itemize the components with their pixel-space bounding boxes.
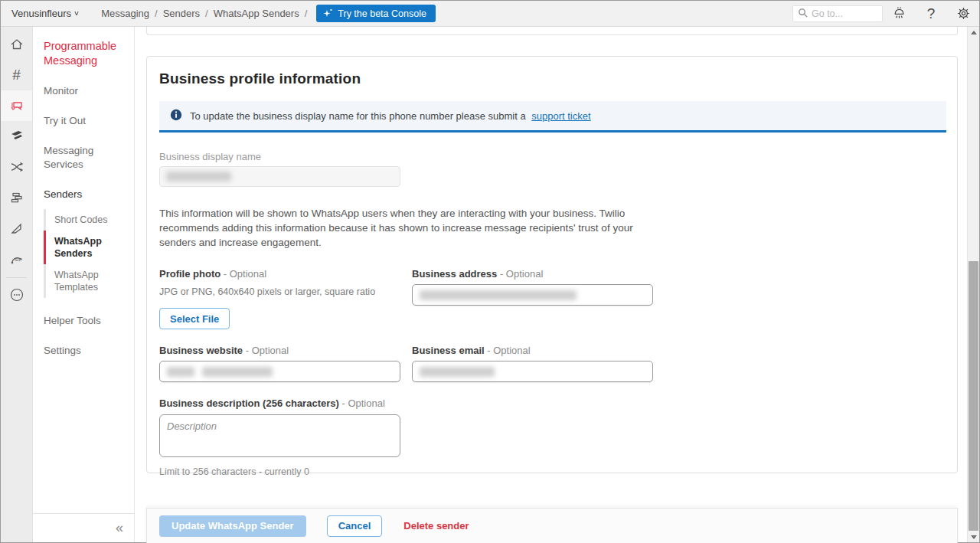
profile-form: Profile photo - Optional JPG or PNG, 640… xyxy=(159,268,945,473)
select-file-button[interactable]: Select File xyxy=(159,308,230,329)
profile-photo-group: Profile photo - Optional JPG or PNG, 640… xyxy=(159,268,400,329)
sidebar-item-whatsapp-senders[interactable]: WhatsApp Senders xyxy=(44,231,134,264)
business-email-group: Business email - Optional xyxy=(412,345,653,382)
breadcrumb: Messaging / Senders / WhatsApp Senders / xyxy=(101,8,307,19)
scroll-down-arrow[interactable] xyxy=(968,532,980,542)
cancel-button[interactable]: Cancel xyxy=(327,515,383,537)
info-icon xyxy=(170,109,182,123)
goto-search-box[interactable] xyxy=(792,5,883,22)
intro-paragraph: This information will be shown to WhatsA… xyxy=(159,206,638,250)
breadcrumb-separator: / xyxy=(205,8,208,19)
sidebar-item-senders[interactable]: Senders xyxy=(33,188,134,201)
beta-button-label: Try the beta Console xyxy=(338,8,426,19)
update-whatsapp-sender-button[interactable]: Update WhatsApp Sender xyxy=(159,515,306,537)
business-display-name-label: Business display name xyxy=(159,151,945,162)
topbar: Venusinfleurs ∨ Messaging / Senders / Wh… xyxy=(1,1,979,27)
sidebar-item-helper-tools[interactable]: Helper Tools xyxy=(33,314,134,328)
business-address-label: Business address - Optional xyxy=(412,268,653,280)
business-description-textarea[interactable] xyxy=(159,414,400,457)
character-limit-note: Limit to 256 characters - currently 0 xyxy=(159,466,400,477)
account-menu[interactable]: Venusinfleurs ∨ xyxy=(11,8,80,19)
sidebar-collapse-button[interactable]: « xyxy=(33,513,134,542)
sidebar-item-settings[interactable]: Settings xyxy=(33,344,134,358)
delete-sender-link[interactable]: Delete sender xyxy=(403,520,469,532)
form-action-bar: Update WhatsApp Sender Cancel Delete sen… xyxy=(146,508,958,543)
help-icon[interactable]: ? xyxy=(915,1,947,27)
redacted-value xyxy=(420,290,577,300)
twilio-console-window: Venusinfleurs ∨ Messaging / Senders / Wh… xyxy=(0,0,980,543)
breadcrumb-separator: / xyxy=(305,8,308,19)
product-icon-rail: # xyxy=(1,27,33,542)
redacted-value xyxy=(166,172,231,182)
topbar-right: ? xyxy=(792,1,979,27)
sidebar-item-try-it-out[interactable]: Try it Out xyxy=(33,114,134,128)
main-panel: Business profile information To update t… xyxy=(135,27,967,542)
business-profile-card: Business profile information To update t… xyxy=(146,56,958,473)
more-products-icon[interactable] xyxy=(1,280,32,310)
scroll-up-arrow[interactable] xyxy=(968,27,980,38)
runtime-icon[interactable] xyxy=(1,182,32,213)
business-description-group: Business description (256 characters) - … xyxy=(159,397,400,477)
scrollbar-thumb[interactable] xyxy=(969,261,978,531)
breadcrumb-senders[interactable]: Senders xyxy=(163,8,200,19)
breadcrumb-separator: / xyxy=(155,8,158,19)
rail-divider xyxy=(6,277,27,278)
sidebar-item-whatsapp-templates[interactable]: WhatsApp Templates xyxy=(44,264,134,298)
home-icon[interactable] xyxy=(1,29,32,60)
business-address-group: Business address - Optional xyxy=(412,268,653,306)
breadcrumb-messaging[interactable]: Messaging xyxy=(101,8,149,19)
sidebar-title-programmable-messaging[interactable]: Programmable Messaging xyxy=(33,27,134,68)
account-name: Venusinfleurs xyxy=(11,8,71,19)
chevron-down-icon: ∨ xyxy=(74,9,80,17)
phone-numbers-icon[interactable]: # xyxy=(1,60,32,90)
business-website-label: Business website - Optional xyxy=(159,345,400,356)
pennant-flag-icon[interactable] xyxy=(1,213,32,244)
collapse-chevrons-icon: « xyxy=(116,520,123,536)
business-description-label: Business description (256 characters) - … xyxy=(159,397,400,409)
profile-photo-label: Profile photo - Optional xyxy=(159,268,400,280)
messaging-icon[interactable] xyxy=(1,90,32,121)
search-icon xyxy=(798,7,808,21)
business-website-group: Business website - Optional xyxy=(159,345,400,382)
svg-text:SIP: SIP xyxy=(15,257,22,262)
banner-text: To update the business display name for … xyxy=(190,110,591,122)
sip-trunking-icon[interactable]: SIP xyxy=(1,244,32,274)
profile-photo-help: JPG or PNG, 640x640 pixels or larger, sq… xyxy=(159,286,400,297)
business-address-input[interactable] xyxy=(412,284,653,306)
content-area: # xyxy=(1,27,979,542)
business-email-input[interactable] xyxy=(412,361,653,382)
sidebar-item-monitor[interactable]: Monitor xyxy=(33,84,134,98)
business-email-label: Business email - Optional xyxy=(412,345,653,356)
try-beta-console-button[interactable]: Try the beta Console xyxy=(316,5,436,22)
goto-search-input[interactable] xyxy=(812,8,873,19)
business-display-name-field xyxy=(159,166,400,187)
sidebar-item-short-codes[interactable]: Short Codes xyxy=(44,209,134,231)
redacted-value xyxy=(420,367,495,377)
page-title: Business profile information xyxy=(159,70,945,87)
redacted-value xyxy=(167,367,194,377)
flex-icon[interactable] xyxy=(1,121,32,152)
vertical-scrollbar[interactable] xyxy=(967,27,979,542)
studio-shuffle-icon[interactable] xyxy=(1,152,32,182)
business-website-input[interactable] xyxy=(159,361,400,382)
sidebar-nav: Programmable Messaging Monitor Try it Ou… xyxy=(33,27,135,542)
info-banner: To update the business display name for … xyxy=(159,101,946,132)
sidebar-item-messaging-services[interactable]: Messaging Services xyxy=(33,144,134,172)
support-ticket-link[interactable]: support ticket xyxy=(531,110,590,122)
previous-card-edge xyxy=(146,27,958,35)
redacted-value xyxy=(202,367,273,377)
breadcrumb-whatsapp-senders[interactable]: WhatsApp Senders xyxy=(214,8,299,19)
senders-subgroup: Short Codes WhatsApp Senders WhatsApp Te… xyxy=(33,209,134,298)
settings-gear-icon[interactable] xyxy=(947,1,979,27)
alerts-icon[interactable] xyxy=(883,1,915,27)
sparkle-icon xyxy=(323,8,333,18)
